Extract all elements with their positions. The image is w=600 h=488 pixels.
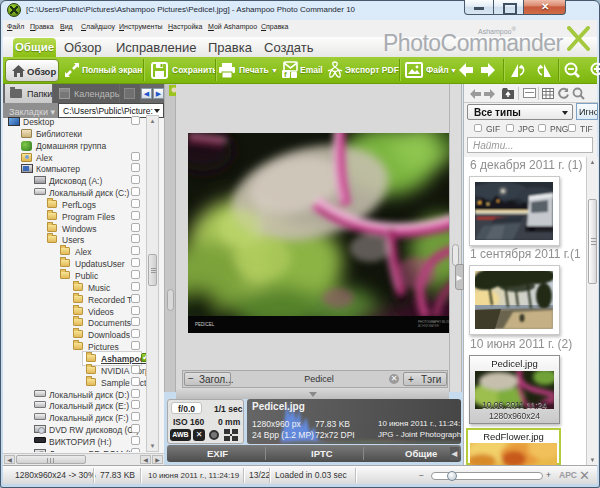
svg-text:PEDICEL: PEDICEL: [195, 322, 215, 327]
svg-text:f: f: [284, 70, 287, 79]
svg-text:ACHIM MAYER: ACHIM MAYER: [418, 324, 440, 328]
